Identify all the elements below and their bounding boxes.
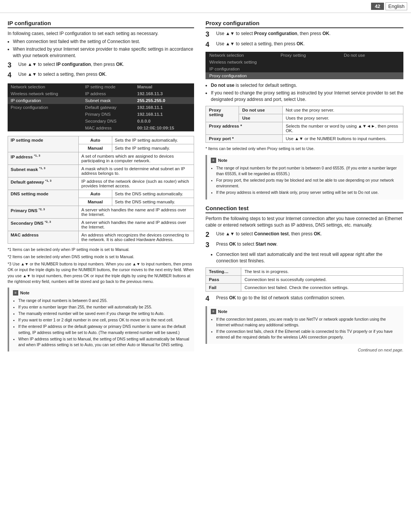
dark-td-col1: Proxy configuration (8, 104, 82, 111)
ip-config-title: IP configuration (8, 20, 194, 28)
proxy-header-col1: Network selection (206, 52, 277, 59)
note-icon: ≡ (211, 158, 216, 163)
dark-td-col1 (8, 111, 82, 118)
info-mode: Auto (78, 136, 112, 144)
note-icon: ≡ (13, 290, 18, 296)
ip-note-item: The range of input numbers is between 0 … (18, 298, 190, 304)
proxy-addr-desc: Selects the number or word by using ▲▼◄►… (282, 122, 403, 135)
step-num-3: 3 (8, 61, 16, 70)
dark-td-col3: 255.255.255.0 (134, 97, 194, 104)
conn-bullet: Connection test will start automatically… (216, 251, 403, 265)
proxy-dark-col3 (340, 72, 403, 79)
info-mode: Manual (78, 198, 112, 206)
conn-step-num-2: 2 (206, 231, 214, 239)
proxy-header-col2: Proxy setting (277, 52, 340, 59)
proxy-info-row-donotuse: Proxy setting Do not use Not use the pro… (206, 106, 403, 114)
ip-note-item: If you want to enter 1 or 2 digit number… (18, 317, 190, 323)
info-mode: Manual (78, 144, 112, 152)
proxy-dark-row: IP configuration (206, 66, 403, 72)
continued-label: Continued on next page. (206, 348, 403, 352)
dark-table-row: Wireless network setting IP address 192.… (8, 90, 194, 97)
proxy-note-item: If the proxy address is entered with bla… (216, 190, 400, 195)
proxy-step3-text: Use ▲▼ to select Proxy configuration, th… (216, 30, 331, 37)
conn-step-num-4: 4 (206, 295, 214, 303)
dark-td-col2: Default gateway (82, 104, 134, 111)
dark-td-col1: Wireless network setting (8, 90, 82, 97)
proxy-step4: 4 Use ▲▼ to select a setting, then press… (206, 41, 403, 49)
dark-td-col2: Primary DNS (82, 111, 134, 118)
info-row-ip-addr: IP address *1, 3 A set of numbers which … (8, 152, 194, 165)
ip-bullet-1: When connection test failed with the set… (13, 38, 194, 45)
ip-note-label: Note (20, 290, 29, 296)
proxy-info-row-addr: Proxy address * Selects the number or wo… (206, 122, 403, 135)
dark-td-col2: Secondary DNS (82, 118, 134, 125)
info-label: IP setting mode (8, 136, 79, 152)
conn-label: Testing… (206, 268, 241, 276)
conn-row-testing: Testing… The test is in progress. (206, 268, 403, 276)
proxy-setting-label: Proxy setting (206, 106, 239, 122)
conn-desc: The test is in progress. (241, 268, 403, 276)
proxy-footnote: * Items can be selected only when Proxy … (206, 146, 403, 152)
info-label: DNS setting mode (8, 190, 79, 206)
ip-note-list: The range of input numbers is between 0 … (18, 298, 190, 348)
conn-step3: 3 Press OK to select Start now. (206, 241, 403, 249)
ip-note-item: If you enter a number larger than 255, t… (18, 304, 190, 310)
dark-td-col1 (8, 118, 82, 125)
ip-info-table: IP setting mode Auto Sets the IP setting… (8, 136, 194, 244)
proxy-note-label: Note (218, 157, 227, 164)
conn-row-pass: Pass Connection test is successfully com… (206, 276, 403, 284)
page-number: 42 (371, 3, 384, 10)
dark-table-row: Proxy configuration Default gateway 192.… (8, 104, 194, 111)
dark-td-col1: Network selection (8, 83, 82, 90)
step-num-4: 4 (8, 71, 16, 80)
conn-row-fail: Fail Connection test failed. Check the c… (206, 284, 403, 292)
conn-note-item: If the connection test passes, you are r… (216, 316, 400, 328)
proxy-dark-col1: IP configuration (206, 66, 277, 72)
info-desc: A set of numbers which are assigned to d… (78, 152, 194, 165)
dark-table-row: Secondary DNS 0.0.0.0 (8, 118, 194, 125)
dark-td-col3: 00:12:0E:10:09:15 (134, 125, 194, 131)
proxy-header-col3: Do not use (340, 52, 403, 59)
info-desc: Sets the DNS setting automatically. (112, 190, 194, 198)
ip-note-item: If the entered IP address or the default… (18, 324, 190, 335)
conn-step-num-3: 3 (206, 241, 214, 249)
info-desc: Sets the IP setting automatically. (112, 136, 194, 144)
proxy-step3: 3 Use ▲▼ to select Proxy configuration, … (206, 30, 403, 39)
ip-intro: In following cases, select IP configurat… (8, 30, 194, 37)
ip-dark-table: Network selection IP setting mode Manual… (8, 83, 194, 131)
info-label: Primary DNS *2, 3 (8, 206, 79, 218)
proxy-donotuse-label: Do not use (239, 106, 282, 114)
proxy-note-item: The range of input numbers for the port … (216, 165, 400, 177)
proxy-port-desc: Use ▲▼ or the NUMBER buttons to input nu… (282, 135, 403, 143)
proxy-dark-col2 (277, 72, 340, 79)
info-label: Secondary DNS *2, 3 (8, 218, 79, 231)
conn-step3-text: Press OK to select Start now. (216, 241, 277, 248)
conn-label: Fail (206, 284, 241, 292)
proxy-dark-col2 (277, 66, 340, 72)
info-desc: IP address of the network device (such a… (78, 177, 194, 190)
ip-note-item: The manually entered number will be save… (18, 311, 190, 316)
conn-bullets: Connection test will start automatically… (216, 251, 403, 265)
dark-td-col3: 192.168.11.1 (134, 104, 194, 111)
conn-step2-text: Use ▲▼ to select Connection test, then p… (216, 231, 322, 237)
footnote2: *2 Items can be selected only when DNS s… (8, 254, 194, 260)
info-label: IP address *1, 3 (8, 152, 79, 165)
proxy-dark-col3 (340, 66, 403, 72)
proxy-dark-table: Network selection Proxy setting Do not u… (206, 52, 403, 79)
ip-intro-bullets: When connection test failed with the set… (13, 38, 194, 59)
dark-td-col2: IP address (82, 90, 134, 97)
proxy-dark-col2 (277, 59, 340, 66)
note-icon: ≡ (211, 309, 216, 314)
proxy-use-desc: Uses the proxy server. (282, 114, 403, 122)
left-step4: 4 Use ▲▼ to select a setting, then press… (8, 71, 194, 80)
proxy-dark-header: Network selection Proxy setting Do not u… (206, 52, 403, 59)
footnotes: *1 Items can be selected only when IP se… (8, 247, 194, 284)
proxy-use-label: Use (239, 114, 282, 122)
language-label: English (386, 2, 407, 10)
conn-note-box: ≡ Note If the connection test passes, yo… (206, 306, 403, 344)
proxy-note-item: For proxy port, the selected ports may b… (216, 177, 400, 189)
dark-td-col3: 192.168.11.3 (134, 90, 194, 97)
ip-note-item: When IP address setting is set to Manual… (18, 336, 190, 348)
ip-bullet-2: When instructed by your Internet service… (13, 46, 194, 59)
info-row-ip-mode-auto: IP setting mode Auto Sets the IP setting… (8, 136, 194, 144)
